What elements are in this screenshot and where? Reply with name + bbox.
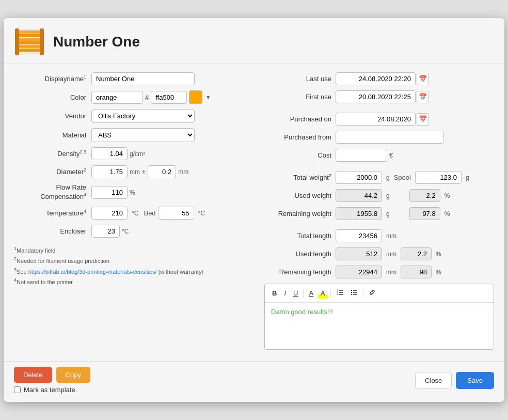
color-hex-input[interactable] — [151, 91, 187, 104]
remaining-length-label: Remaining length — [264, 268, 331, 276]
bottom-bar: Delete Copy Mark as template. Close Save — [4, 367, 504, 394]
purchased-on-calendar-icon[interactable]: 📅 — [417, 113, 429, 126]
save-button[interactable]: Save — [456, 372, 494, 389]
page-title: Number One — [53, 34, 140, 50]
footnote4: 4Not send to the printer — [14, 276, 244, 287]
used-length-pct-input — [401, 247, 432, 260]
notes-editor: B I U A A 1 2 3 — [264, 284, 494, 350]
total-length-input[interactable] — [336, 229, 382, 242]
purchased-from-input[interactable] — [336, 131, 444, 144]
temperature-inputs: °C Bed °C — [91, 207, 205, 220]
svg-rect-7 — [15, 28, 19, 55]
used-weight-label: Used weight — [264, 192, 331, 199]
used-length-unit: mm — [386, 251, 396, 258]
svg-text:3: 3 — [337, 293, 338, 295]
action-buttons: Delete Copy — [14, 367, 90, 383]
encloser-label: Encloser — [14, 227, 86, 235]
italic-btn[interactable]: I — [281, 288, 289, 299]
highlight-btn[interactable]: A — [318, 288, 328, 299]
used-weight-input — [336, 189, 382, 202]
material-row: Material ABS — [14, 128, 244, 142]
main-content: Displayname1 Color # ▼ Vendor Ol — [4, 64, 504, 358]
used-length-inputs: mm % — [336, 247, 441, 260]
material-label: Material — [14, 131, 86, 139]
total-length-label: Total length — [264, 232, 331, 240]
diameter-tolerance-input[interactable] — [148, 165, 176, 178]
close-button[interactable]: Close — [415, 372, 452, 389]
purchased-on-input[interactable] — [336, 113, 416, 126]
total-weight-row: Total weight2 g Spool g — [264, 171, 494, 184]
footnote3-link[interactable]: https://bitfab.io/blog/3d-printing-mater… — [28, 268, 157, 274]
temperature-bed-unit: °C — [198, 210, 205, 217]
delete-button[interactable]: Delete — [14, 367, 52, 383]
total-length-unit: mm — [386, 232, 396, 240]
density-unit: g/cm³ — [130, 150, 145, 158]
color-dropdown-btn[interactable]: ▼ — [204, 94, 212, 101]
first-use-label: First use — [264, 93, 331, 101]
last-use-input[interactable] — [336, 72, 416, 85]
bold-btn[interactable]: B — [269, 288, 280, 299]
color-name-input[interactable] — [91, 91, 143, 104]
main-dialog: Number One Displayname1 Color # ▼ — [4, 18, 504, 402]
copy-button[interactable]: Copy — [56, 367, 90, 383]
remaining-length-pct-input — [401, 266, 432, 278]
mark-template-label: Mark as template. — [24, 386, 77, 394]
bottom-left: Delete Copy Mark as template. — [14, 367, 90, 394]
remaining-weight-label: Remaining weight — [264, 210, 331, 217]
footnote1: 1Mandatory field — [14, 245, 244, 255]
toolbar-sep2 — [330, 289, 331, 298]
spool-unit: g — [466, 174, 469, 181]
left-panel: Displayname1 Color # ▼ Vendor Ol — [14, 72, 259, 350]
dialog-header: Number One — [4, 18, 504, 64]
displayname-label: Displayname1 — [14, 74, 86, 83]
purchased-from-label: Purchased from — [264, 133, 331, 141]
remaining-weight-pct-unit: % — [444, 210, 450, 217]
diameter-label: Diameter2 — [14, 167, 86, 176]
first-use-input[interactable] — [336, 90, 416, 103]
remaining-length-input — [336, 266, 382, 278]
total-weight-input[interactable] — [336, 171, 382, 184]
right-panel: Last use 📅 First use 📅 Purchased on 📅 Pu… — [259, 72, 494, 350]
encloser-input[interactable] — [91, 225, 120, 238]
color-swatch[interactable] — [189, 90, 202, 104]
density-label: Density2,3 — [14, 149, 86, 158]
vendor-row: Vendor Ollis Factory — [14, 109, 244, 123]
displayname-input[interactable] — [91, 72, 195, 85]
last-use-label: Last use — [264, 75, 331, 83]
hash-sign: # — [145, 94, 149, 101]
cost-row: Cost € — [264, 149, 494, 162]
flowrate-label: Flow Rate Compensation4 — [14, 183, 86, 201]
last-use-calendar-icon[interactable]: 📅 — [417, 73, 429, 85]
encloser-row: Encloser °C — [14, 225, 244, 238]
flowrate-input[interactable] — [91, 186, 128, 199]
svg-rect-5 — [17, 45, 42, 48]
material-select[interactable]: ABS — [91, 128, 195, 142]
used-weight-pct-unit: % — [444, 192, 450, 199]
spool-weight-input[interactable] — [415, 171, 462, 184]
text-color-btn[interactable]: A — [306, 288, 316, 299]
temperature-tool-input[interactable] — [91, 207, 128, 220]
toolbar-sep3 — [363, 289, 363, 298]
link-btn[interactable] — [366, 287, 379, 299]
remaining-weight-pct-input — [409, 207, 440, 220]
mark-template-row: Mark as template. — [14, 386, 77, 394]
unordered-list-btn[interactable] — [347, 287, 361, 299]
remaining-weight-inputs: g % — [336, 207, 450, 220]
footnote2: 2Needed for filament usage prediction — [14, 255, 244, 266]
first-use-calendar-icon[interactable]: 📅 — [417, 91, 429, 103]
cost-input[interactable] — [336, 149, 387, 162]
cost-label: Cost — [264, 151, 331, 159]
density-input[interactable] — [91, 147, 128, 160]
svg-rect-1 — [17, 30, 42, 34]
underline-btn[interactable]: U — [290, 288, 301, 299]
vendor-select[interactable]: Ollis Factory — [91, 109, 195, 123]
ordered-list-btn[interactable]: 1 2 3 — [333, 287, 346, 299]
temperature-bed-input[interactable] — [158, 207, 194, 220]
used-weight-inputs: g % — [336, 189, 450, 202]
diameter-input[interactable] — [91, 165, 128, 178]
footnotes: 1Mandatory field 2Needed for filament us… — [14, 245, 244, 287]
mark-template-checkbox[interactable] — [14, 386, 21, 393]
editor-body[interactable]: Damn good results!!! — [265, 303, 494, 349]
flowrate-unit: % — [130, 189, 135, 196]
remaining-length-unit: mm — [386, 269, 396, 276]
